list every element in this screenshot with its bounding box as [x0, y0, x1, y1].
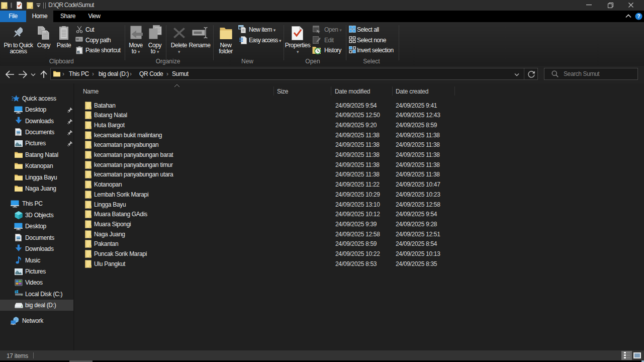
- svg-text:?: ?: [637, 13, 640, 19]
